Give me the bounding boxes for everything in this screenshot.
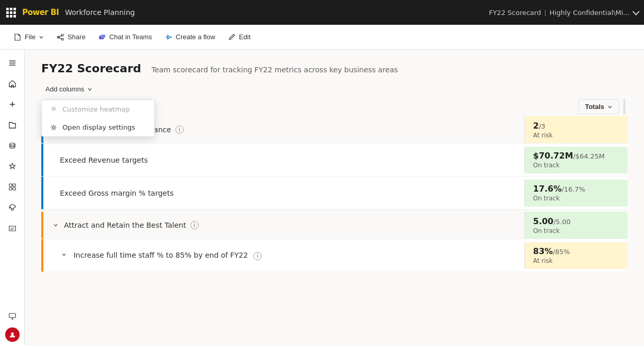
revenue-status-label: On track	[533, 162, 619, 169]
share-button[interactable]: Share	[51, 30, 91, 44]
expand-chevron-talent[interactable]	[52, 221, 60, 229]
sidebar	[0, 50, 25, 346]
scorecard-header: FY22 Scorecard Team scorecard for tracki…	[25, 50, 644, 83]
customize-heatmap-item: Customize heatmap	[42, 100, 154, 118]
child-row-revenue: Exceed Revenue targets $70.72M/$64.25M O…	[41, 144, 627, 177]
flow-icon	[165, 33, 173, 41]
waffle-icon[interactable]	[6, 8, 16, 18]
chat-in-teams-button[interactable]: T Chat in Teams	[93, 30, 157, 44]
add-columns-chevron-icon	[87, 87, 92, 92]
child-row-fulltime: Increase full time staff % to 85% by end…	[41, 239, 627, 272]
customize-heatmap-label: Customize heatmap	[62, 105, 130, 113]
gross-margin-value-display: 17.6%/16.7%	[533, 184, 619, 194]
file-button[interactable]: File	[8, 30, 49, 44]
add-columns-label: Add columns	[45, 85, 84, 93]
sidebar-item-create[interactable]	[3, 95, 22, 114]
svg-point-6	[10, 143, 15, 145]
talent-value-primary: 5.00	[533, 216, 553, 226]
fulltime-value-cell: 83%/85% At risk	[524, 242, 627, 269]
talent-value-cell: 5.00/5.00 On track	[524, 212, 627, 239]
top-bar: Power BI Workforce Planning FY22 Scoreca…	[0, 0, 644, 25]
fulltime-info-icon[interactable]: i	[253, 252, 262, 260]
sidebar-item-person[interactable]	[5, 327, 20, 342]
sidebar-item-goals[interactable]	[3, 157, 22, 176]
open-display-settings-item[interactable]: Open display settings	[42, 118, 154, 136]
main-layout: FY22 Scorecard Team scorecard for tracki…	[0, 50, 644, 346]
svg-point-0	[61, 34, 63, 36]
customize-heatmap-icon	[50, 106, 57, 113]
fulltime-value-display: 83%/85%	[533, 246, 619, 256]
svg-rect-11	[9, 313, 15, 318]
svg-rect-8	[13, 184, 15, 186]
scorecard-subtitle: Team scorecard for tracking FY22 metrics…	[152, 66, 398, 74]
confidential-label: Highly Confidential\Mi...	[550, 9, 630, 17]
gross-margin-value-cell: 17.6%/16.7% On track	[524, 180, 627, 207]
financial-value-cell: 2/3 At risk	[524, 116, 627, 143]
file-label: File	[25, 33, 36, 41]
chat-in-teams-label: Chat in Teams	[109, 33, 152, 41]
svg-point-1	[61, 38, 63, 40]
totals-label: Totals	[585, 103, 604, 111]
financial-value-display: 2/3	[533, 121, 619, 131]
file-icon	[13, 33, 22, 41]
gross-margin-label: Exceed Gross margin % targets	[43, 183, 524, 203]
confidential-tag: FY22 Scorecard | Highly Confidential\Mi.…	[489, 9, 638, 17]
svg-point-12	[11, 333, 13, 335]
create-flow-button[interactable]: Create a flow	[159, 30, 221, 44]
sidebar-item-deploy[interactable]	[3, 198, 22, 217]
svg-rect-7	[9, 184, 12, 186]
fulltime-value-primary: 83%	[533, 246, 553, 256]
teams-icon: T	[98, 33, 106, 41]
file-chevron-icon	[39, 35, 44, 40]
sidebar-item-home[interactable]	[3, 74, 22, 93]
edit-icon	[228, 33, 236, 41]
financial-info-icon[interactable]: i	[175, 125, 184, 134]
add-columns-button[interactable]: Add columns	[41, 83, 96, 95]
sidebar-item-monitor[interactable]	[3, 307, 22, 325]
fulltime-value-fraction: /85%	[553, 248, 570, 256]
financial-value-fraction: /3	[539, 122, 545, 130]
top-bar-left: Power BI Workforce Planning	[6, 8, 135, 18]
financial-status-label: At risk	[533, 132, 619, 139]
report-title: Workforce Planning	[65, 8, 135, 17]
revenue-label: Exceed Revenue targets	[43, 150, 524, 170]
share-icon	[56, 33, 65, 41]
add-columns-dropdown: Customize heatmap Open display settings	[41, 100, 155, 137]
edit-button[interactable]: Edit	[222, 30, 255, 44]
scorecard-title: FY22 Scorecard	[41, 62, 141, 75]
revenue-value-cell: $70.72M/$64.25M On track	[524, 147, 627, 174]
confidential-chevron-icon[interactable]	[632, 8, 639, 15]
main-content: FY22 Scorecard Team scorecard for tracki…	[25, 50, 644, 346]
expand-chevron-fulltime[interactable]	[60, 250, 68, 259]
sidebar-item-learn[interactable]	[3, 219, 22, 238]
sidebar-item-data[interactable]	[3, 136, 22, 155]
edit-label: Edit	[239, 33, 250, 41]
talent-group-title: Attract and Retain the Best Talent	[64, 221, 186, 229]
financial-value-primary: 2	[533, 121, 539, 131]
talent-info-icon[interactable]: i	[190, 221, 199, 229]
add-columns-row: Add columns Customize heatmap	[25, 83, 644, 99]
talent-value-display: 5.00/5.00	[533, 216, 619, 226]
svg-rect-10	[13, 187, 15, 190]
gross-margin-value-fraction: /16.7%	[562, 185, 586, 193]
revenue-value-primary: $70.72M	[533, 151, 573, 161]
group-row-talent: Attract and Retain the Best Talent i 5.0…	[41, 212, 627, 239]
totals-button[interactable]: Totals	[578, 99, 619, 114]
revenue-value-fraction: /$64.25M	[573, 152, 605, 160]
sidebar-item-hamburger[interactable]	[3, 54, 22, 72]
sidebar-item-dashboard[interactable]	[3, 178, 22, 196]
separator-label: |	[544, 9, 546, 17]
child-row-gross-margin: Exceed Gross margin % targets 17.6%/16.7…	[41, 177, 627, 210]
sidebar-item-browse[interactable]	[3, 116, 22, 134]
talent-status-label: On track	[533, 227, 619, 234]
gear-icon	[50, 124, 57, 131]
scorecard-name-label: FY22 Scorecard	[489, 9, 541, 17]
toolbar: File Share T Chat in Teams Create a flow…	[0, 25, 644, 50]
create-flow-label: Create a flow	[176, 33, 216, 41]
totals-chevron-icon	[607, 104, 613, 109]
gross-margin-status-label: On track	[533, 195, 619, 202]
metric-group-talent: Attract and Retain the Best Talent i 5.0…	[41, 212, 627, 272]
group-label-talent: Attract and Retain the Best Talent i	[43, 215, 524, 235]
share-label: Share	[68, 33, 86, 41]
svg-point-13	[53, 126, 55, 128]
